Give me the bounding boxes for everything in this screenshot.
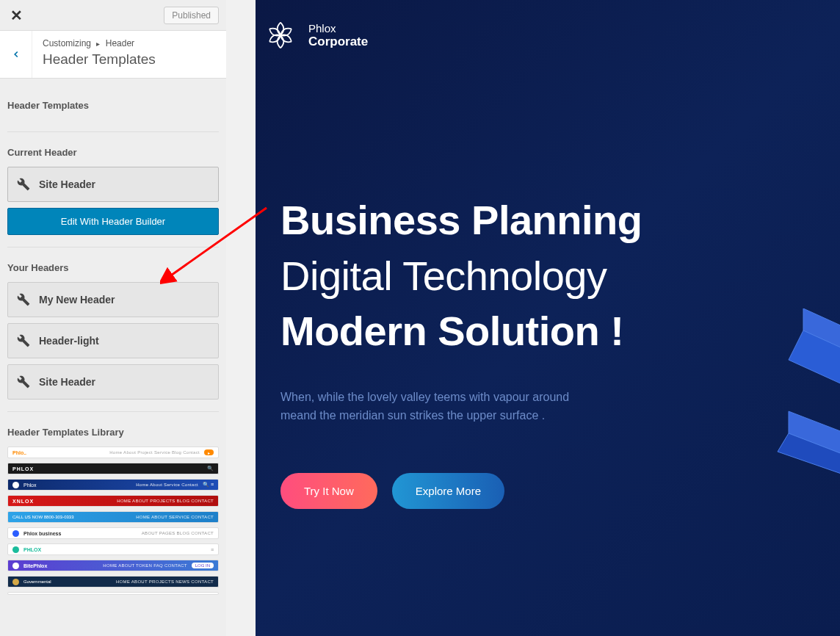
library-template-item[interactable]: Phlo..Home About Project Service Blog Co…	[7, 447, 219, 458]
library-template-item[interactable]: CALL US NOW 8800-303-0333HOME ABOUT SERV…	[7, 511, 219, 523]
tools-icon	[17, 293, 30, 306]
cta-try-button[interactable]: Try It Now	[280, 473, 377, 509]
back-button[interactable]	[0, 31, 32, 78]
your-header-label: Header-light	[39, 335, 99, 347]
library-template-item[interactable]: BitePhloxHOME ABOUT TOKEN FAQ CONTACTLOG…	[7, 560, 219, 571]
customizer-topbar: ✕ Published	[0, 0, 226, 31]
hero-headline-2: Digital Technology	[280, 248, 840, 304]
breadcrumb-parent: Header	[106, 38, 134, 48]
library-template-item[interactable]: PHLOX🔍	[7, 463, 219, 474]
your-header-item[interactable]: Header-light	[7, 323, 219, 358]
template-library-list: Phlo..Home About Project Service Blog Co…	[0, 447, 226, 595]
close-button[interactable]: ✕	[7, 7, 25, 24]
current-header-label: Site Header	[39, 178, 95, 190]
breadcrumb-path: Customizing ▸ Header	[43, 38, 156, 48]
brand-name: Phlox	[308, 22, 368, 35]
page-title: Header Templates	[43, 51, 156, 68]
tools-icon	[17, 334, 30, 347]
library-template-item[interactable]: XNLOXHOME ABOUT PROJECTS BLOG CONTACT	[7, 495, 219, 507]
section-current-header: Current Header	[0, 132, 226, 167]
your-header-label: Site Header	[39, 376, 95, 388]
publish-status-button[interactable]: Published	[164, 7, 219, 24]
edit-header-builder-button[interactable]: Edit With Header Builder	[7, 208, 219, 235]
preview-header: Phlox Corporate	[256, 0, 840, 53]
library-template-item[interactable]: GovernmentalHOME ABOUT PROJECTS NEWS CON…	[7, 576, 219, 588]
breadcrumb-row: Customizing ▸ Header Header Templates	[0, 31, 226, 79]
brand-logo-icon	[263, 18, 298, 53]
hero-headline-3: Modern Solution !	[280, 303, 840, 359]
breadcrumb-root: Customizing	[43, 38, 91, 48]
current-header-item[interactable]: Site Header	[7, 167, 219, 202]
site-preview: Phlox Corporate Business Planning Digita…	[256, 0, 840, 636]
hero-section: Business Planning Digital Technology Mod…	[256, 53, 840, 509]
your-header-item[interactable]: My New Header	[7, 282, 219, 317]
section-header-templates: Header Templates	[0, 85, 226, 120]
library-template-item[interactable]: Phlox businessABOUT PAGES BLOG CONTACT	[7, 527, 219, 539]
tools-icon	[17, 178, 30, 191]
library-template-item[interactable]: PhloxHome About Service Contact🔍 ≡	[7, 479, 219, 491]
cta-row: Try It Now Explore More	[280, 473, 840, 509]
brand-subtitle: Corporate	[308, 35, 368, 49]
hero-subtext: When, while the lovely valley teems with…	[280, 389, 589, 425]
panel-scroll[interactable]: Header Templates Current Header Site Hea…	[0, 85, 226, 636]
your-header-item[interactable]: Site Header	[7, 364, 219, 400]
library-template-item[interactable]	[7, 592, 219, 595]
tools-icon	[17, 375, 30, 389]
section-your-headers: Your Headers	[0, 247, 226, 282]
library-template-item[interactable]: PHLOX≡	[7, 543, 219, 555]
chevron-left-icon	[11, 49, 21, 59]
chevron-right-icon: ▸	[96, 40, 100, 48]
hero-headline-1: Business Planning	[280, 192, 840, 248]
your-header-label: My New Header	[39, 294, 115, 306]
section-library: Header Templates Library	[0, 412, 226, 447]
cta-explore-button[interactable]: Explore More	[392, 473, 504, 509]
hero-3d-illustration	[759, 308, 840, 485]
customizer-panel: ✕ Published Customizing ▸ Header Header …	[0, 0, 226, 636]
